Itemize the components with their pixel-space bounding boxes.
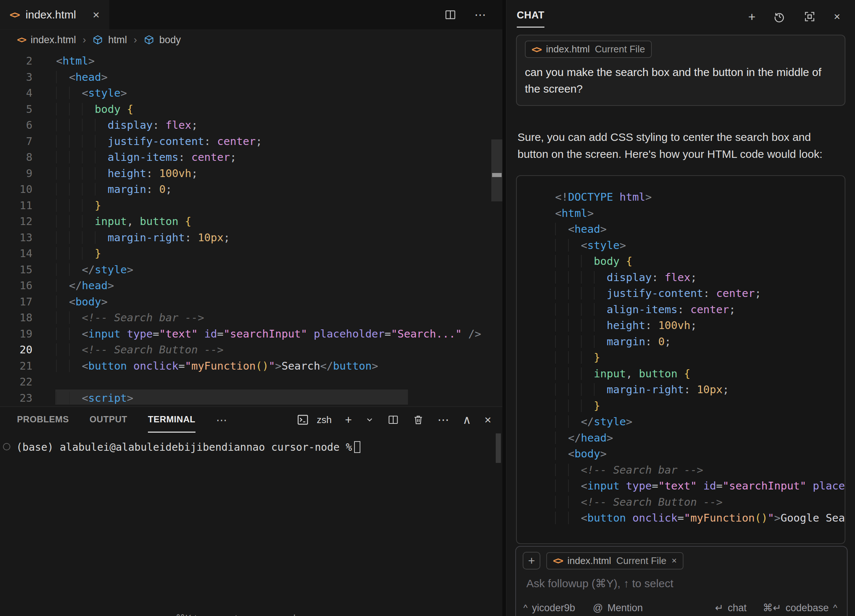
- breadcrumb-item-html[interactable]: html: [108, 34, 127, 46]
- code-line[interactable]: display: flex;: [532, 270, 845, 286]
- panel-more-actions-icon[interactable]: ⋯: [437, 413, 449, 427]
- terminal-content[interactable]: (base) alabulei@alabuleidebijibendiannao…: [0, 433, 503, 455]
- code-line[interactable]: 3 <head>: [0, 69, 503, 86]
- code-line[interactable]: <input type="text" id="searchInput" plac…: [532, 478, 845, 494]
- code-line[interactable]: 23 <script>: [0, 390, 503, 406]
- chip-suffix: Current File: [595, 43, 645, 55]
- submit-options: ↵ chat ⌘↵ codebase ^: [715, 602, 837, 614]
- expand-chat-icon[interactable]: [803, 10, 816, 23]
- code-line[interactable]: 8 align-items: center;: [0, 149, 503, 165]
- code-line[interactable]: justify-content: center;: [532, 285, 845, 302]
- chat-header: CHAT + ×: [506, 0, 855, 32]
- panel-tab-terminal[interactable]: TERMINAL: [148, 407, 196, 433]
- maximize-panel-icon[interactable]: ∧: [463, 413, 471, 427]
- symbol-cube-icon: [144, 35, 154, 45]
- code-line[interactable]: 5 body {: [0, 101, 503, 118]
- assistant-code-block[interactable]: <!DOCTYPE html><html> <head> <style> bod…: [516, 175, 846, 544]
- panel-more-icon[interactable]: ⋯: [216, 407, 227, 433]
- code-line[interactable]: 4 <style>: [0, 85, 503, 101]
- code-line[interactable]: 6 display: flex;: [0, 117, 503, 133]
- code-editor[interactable]: 2<html>3 <head>4 <style>5 body {6 displa…: [0, 50, 503, 406]
- code-line[interactable]: </head>: [532, 430, 845, 446]
- code-line[interactable]: }: [532, 398, 845, 414]
- code-line[interactable]: <!DOCTYPE html>: [532, 189, 845, 205]
- code-line[interactable]: 21 <button onclick="myFunction()">Search…: [0, 358, 503, 374]
- code-line[interactable]: 11 }: [0, 198, 503, 214]
- code-line[interactable]: 22: [0, 374, 503, 390]
- chat-tab-title[interactable]: CHAT: [517, 9, 544, 28]
- chat-input-box[interactable]: + <> index.html Current File × Ask follo…: [515, 546, 847, 616]
- panel-tabs: PROBLEMSOUTPUTTERMINAL: [17, 407, 196, 433]
- remove-context-icon[interactable]: ×: [672, 556, 677, 566]
- close-panel-icon[interactable]: ×: [484, 413, 491, 427]
- code-line[interactable]: 7 justify-content: center;: [0, 133, 503, 150]
- code-line[interactable]: 19 <input type="text" id="searchInput" p…: [0, 326, 503, 342]
- pane-divider[interactable]: [503, 0, 506, 616]
- model-selector[interactable]: ^ yicoder9b: [523, 602, 575, 614]
- code-line[interactable]: }: [532, 350, 845, 366]
- breadcrumb-item-body[interactable]: body: [159, 34, 181, 46]
- code-line[interactable]: 16 </head>: [0, 278, 503, 294]
- code-line[interactable]: <head>: [532, 221, 845, 238]
- code-line[interactable]: 10 margin: 0;: [0, 181, 503, 198]
- code-line[interactable]: margin: 0;: [532, 334, 845, 350]
- code-line[interactable]: 13 margin-right: 10px;: [0, 230, 503, 246]
- submit-codebase-button[interactable]: ⌘↵ codebase ^: [763, 602, 837, 614]
- assistant-message-text: Sure, you can add CSS styling to center …: [516, 129, 824, 162]
- code-line[interactable]: <!-- Search bar -->: [532, 462, 845, 478]
- mention-button[interactable]: @ Mention: [593, 602, 642, 614]
- code-line[interactable]: 15 </style>: [0, 262, 503, 278]
- terminal-scrollbar[interactable]: [496, 434, 501, 463]
- codebase-label: codebase: [786, 602, 829, 614]
- code-line[interactable]: <button onclick="myFunction()">Google Se…: [532, 510, 845, 526]
- terminal-actions: zsh + ⋯ ∧ ×: [296, 407, 491, 433]
- panel-tab-bar: PROBLEMSOUTPUTTERMINAL ⋯ zsh +: [0, 407, 503, 433]
- user-message-card[interactable]: <> index.html Current File can you make …: [516, 35, 846, 106]
- overview-ruler-mark: [492, 173, 502, 177]
- code-line[interactable]: <body>: [532, 446, 845, 462]
- kill-terminal-icon[interactable]: [412, 414, 424, 426]
- code-line[interactable]: height: 100vh;: [532, 317, 845, 334]
- code-line[interactable]: 20 <!-- Search Button -->: [0, 342, 503, 358]
- return-key-icon: ↵: [715, 602, 723, 614]
- code-line[interactable]: 9 height: 100vh;: [0, 165, 503, 182]
- code-line[interactable]: margin-right: 10px;: [532, 382, 845, 398]
- vertical-scrollbar[interactable]: [491, 139, 503, 201]
- code-line[interactable]: 2<html>: [0, 53, 503, 69]
- code-line[interactable]: 12 input, button {: [0, 214, 503, 230]
- code-line[interactable]: </style>: [532, 414, 845, 430]
- code-line[interactable]: <!-- Search Button -->: [532, 494, 845, 510]
- chat-input-placeholder[interactable]: Ask followup (⌘Y), ↑ to select: [526, 577, 840, 590]
- line-number: 9: [0, 165, 32, 182]
- submit-chat-button[interactable]: ↵ chat: [715, 602, 746, 614]
- input-context-chip[interactable]: <> index.html Current File ×: [546, 552, 683, 570]
- add-context-button[interactable]: +: [522, 552, 540, 570]
- context-chip[interactable]: <> index.html Current File: [525, 41, 652, 58]
- split-terminal-icon[interactable]: [387, 414, 399, 426]
- split-editor-icon[interactable]: [444, 9, 457, 21]
- more-actions-icon[interactable]: ⋯: [474, 8, 486, 22]
- code-line[interactable]: 17 <body>: [0, 294, 503, 310]
- shell-name[interactable]: zsh: [317, 414, 332, 426]
- panel-tab-problems[interactable]: PROBLEMS: [17, 407, 69, 433]
- editor-actions: ⋯: [444, 0, 503, 29]
- code-line[interactable]: input, button {: [532, 366, 845, 382]
- code-line[interactable]: <style>: [532, 238, 845, 254]
- tab-index-html[interactable]: <> index.html ×: [0, 0, 109, 29]
- chevron-up-icon: ^: [833, 603, 837, 613]
- breadcrumb-item-file[interactable]: index.html: [31, 34, 76, 46]
- new-chat-icon[interactable]: +: [748, 10, 756, 23]
- tab-close-icon[interactable]: ×: [93, 8, 100, 22]
- panel-tab-output[interactable]: OUTPUT: [90, 407, 127, 433]
- code-line[interactable]: body {: [532, 253, 845, 270]
- code-line[interactable]: <html>: [532, 205, 845, 222]
- terminal-hint: ⌘K to generate a command: [176, 613, 296, 616]
- code-line[interactable]: align-items: center;: [532, 302, 845, 318]
- code-line[interactable]: 18 <!-- Search bar -->: [0, 310, 503, 326]
- code-line[interactable]: 14 }: [0, 246, 503, 262]
- chat-history-icon[interactable]: [773, 10, 786, 23]
- new-terminal-icon[interactable]: +: [345, 413, 352, 427]
- terminal-dropdown-icon[interactable]: [365, 415, 374, 424]
- chat-messages: <> index.html Current File can you make …: [506, 32, 855, 546]
- close-chat-icon[interactable]: ×: [834, 10, 840, 23]
